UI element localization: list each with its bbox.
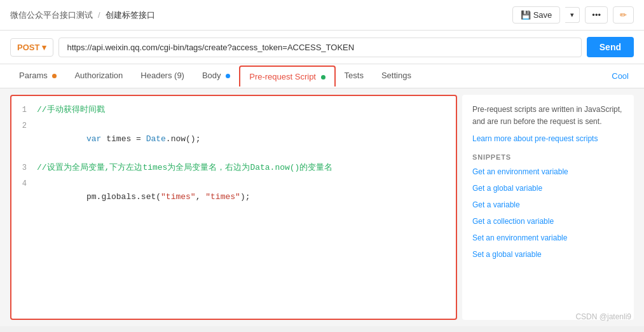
tab-settings-label: Settings bbox=[381, 71, 411, 80]
watermark: CSDN @jatenli9 bbox=[575, 312, 631, 321]
right-panel: Pre-request scripts are written in JavaS… bbox=[462, 95, 634, 320]
snippet-get-var[interactable]: Get a variable bbox=[472, 200, 624, 209]
url-input[interactable] bbox=[58, 38, 581, 57]
top-bar: 微信公众平台接口测试 / 创建标签接口 💾 Save ▾ ••• ✏ bbox=[0, 0, 644, 31]
breadcrumb: 微信公众平台接口测试 / 创建标签接口 bbox=[10, 10, 155, 21]
method-select[interactable]: POST ▾ bbox=[10, 38, 53, 57]
save-label: Save bbox=[533, 10, 552, 20]
breadcrumb-separator: / bbox=[98, 10, 100, 20]
page-title: 创建标签接口 bbox=[106, 10, 155, 21]
code-line-1: 1 //手动获得时间戳 bbox=[11, 102, 456, 118]
right-panel-description: Pre-request scripts are written in JavaS… bbox=[472, 104, 624, 128]
tab-headers[interactable]: Headers (9) bbox=[132, 64, 193, 88]
code-lines: 1 //手动获得时间戳 2 var times = Date.now(); 3 … bbox=[11, 96, 456, 225]
tab-prerequest-dot bbox=[321, 75, 325, 80]
snippet-get-env-var[interactable]: Get an environment variable bbox=[472, 167, 624, 176]
line-number-4: 4 bbox=[11, 177, 34, 190]
code-content-3: //设置为全局变量,下方左边times为全局变量名，右边为Data.now()的… bbox=[34, 162, 456, 175]
tab-authorization[interactable]: Authorization bbox=[65, 64, 132, 88]
save-button[interactable]: 💾 Save bbox=[512, 6, 561, 24]
tab-body-label: Body bbox=[202, 71, 221, 80]
tabs-bar: Params Authorization Headers (9) Body Pr… bbox=[0, 64, 644, 88]
save-icon: 💾 bbox=[521, 10, 531, 20]
tab-cool[interactable]: Cool bbox=[606, 65, 634, 87]
tab-body-dot bbox=[226, 74, 230, 78]
method-label: POST bbox=[17, 43, 39, 52]
code-content-1: //手动获得时间戳 bbox=[34, 104, 456, 117]
tab-headers-label: Headers (9) bbox=[140, 71, 184, 80]
tab-settings[interactable]: Settings bbox=[373, 64, 420, 88]
top-bar-actions: 💾 Save ▾ ••• ✏ bbox=[512, 6, 634, 24]
line-number-1: 1 bbox=[11, 104, 34, 116]
breadcrumb-parent: 微信公众平台接口测试 bbox=[10, 10, 93, 21]
tab-params[interactable]: Params bbox=[10, 64, 65, 88]
snippet-get-global-var[interactable]: Get a global variable bbox=[472, 184, 624, 193]
tab-tests[interactable]: Tests bbox=[336, 64, 373, 88]
tab-body[interactable]: Body bbox=[193, 64, 239, 88]
snippet-set-global-var[interactable]: Set a global variable bbox=[472, 250, 624, 259]
send-button[interactable]: Send bbox=[587, 37, 634, 57]
tab-authorization-label: Authorization bbox=[74, 71, 123, 80]
tab-tests-label: Tests bbox=[345, 71, 364, 80]
line-number-3: 3 bbox=[11, 162, 34, 174]
edit-button[interactable]: ✏ bbox=[613, 6, 634, 24]
method-chevron-icon: ▾ bbox=[42, 43, 46, 52]
save-dropdown-button[interactable]: ▾ bbox=[565, 7, 580, 23]
tab-params-label: Params bbox=[19, 71, 48, 80]
main-content: 1 //手动获得时间戳 2 var times = Date.now(); 3 … bbox=[0, 88, 644, 326]
snippet-get-collection-var[interactable]: Get a collection variable bbox=[472, 217, 624, 226]
learn-more-link[interactable]: Learn more about pre-request scripts bbox=[472, 134, 624, 143]
tab-params-dot bbox=[52, 74, 57, 78]
code-content-4: pm.globals.set("times", "times"); bbox=[34, 177, 456, 217]
code-editor[interactable]: 1 //手动获得时间戳 2 var times = Date.now(); 3 … bbox=[10, 95, 457, 320]
url-bar: POST ▾ Send bbox=[0, 31, 644, 64]
code-line-2: 2 var times = Date.now(); bbox=[11, 118, 456, 160]
tab-prerequest[interactable]: Pre-request Script bbox=[239, 66, 335, 86]
snippet-set-env-var[interactable]: Set an environment variable bbox=[472, 233, 624, 242]
code-line-4: 4 pm.globals.set("times", "times"); bbox=[11, 176, 456, 218]
code-line-3: 3 //设置为全局变量,下方左边times为全局变量名，右边为Data.now(… bbox=[11, 160, 456, 176]
code-content-2: var times = Date.now(); bbox=[34, 120, 456, 159]
more-options-button[interactable]: ••• bbox=[585, 6, 608, 24]
snippets-heading: SNIPPETS bbox=[472, 153, 624, 161]
line-number-2: 2 bbox=[11, 120, 34, 132]
tab-prerequest-label: Pre-request Script bbox=[249, 72, 316, 81]
